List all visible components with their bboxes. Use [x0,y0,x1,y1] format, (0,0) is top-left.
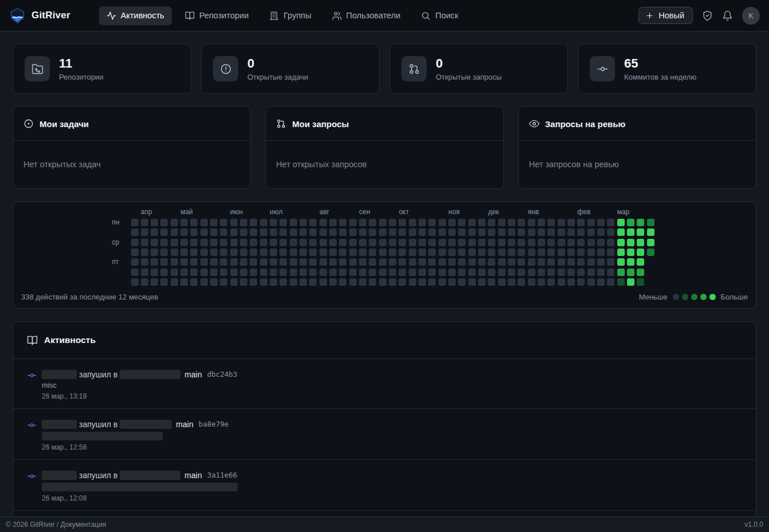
heatmap-cell[interactable] [230,219,238,226]
heatmap-cell[interactable] [538,258,545,266]
heatmap-cell[interactable] [171,239,178,246]
heatmap-cell[interactable] [538,249,545,256]
heatmap-cell[interactable] [299,269,307,276]
heatmap-cell[interactable] [180,228,188,236]
heatmap-cell[interactable] [320,249,327,256]
heatmap-cell[interactable] [389,278,396,286]
brand[interactable]: GitRiver [9,7,70,24]
heatmap-cell[interactable] [637,219,644,226]
heatmap-cell[interactable] [627,249,634,256]
heatmap-cell[interactable] [528,258,535,266]
heatmap-cell[interactable] [547,258,555,266]
heatmap-cell[interactable] [369,219,376,226]
heatmap-cell[interactable] [250,239,257,246]
heatmap-cell[interactable] [171,269,178,276]
heatmap-cell[interactable] [230,249,238,256]
heatmap-cell[interactable] [409,228,416,236]
heatmap-cell[interactable] [180,249,188,256]
heatmap-cell[interactable] [339,269,346,276]
heatmap-cell[interactable] [607,269,614,276]
heatmap-cell[interactable] [339,228,346,236]
heatmap-cell[interactable] [428,249,436,256]
heatmap-cell[interactable] [607,249,614,256]
heatmap-cell[interactable] [359,228,366,236]
heatmap-cell[interactable] [190,228,198,236]
heatmap-cell[interactable] [339,249,346,256]
heatmap-cell[interactable] [151,228,158,236]
heatmap-cell[interactable] [547,228,555,236]
heatmap-cell[interactable] [250,219,257,226]
heatmap-cell[interactable] [458,249,466,256]
heatmap-cell[interactable] [250,269,257,276]
heatmap-cell[interactable] [597,278,605,286]
heatmap-cell[interactable] [577,219,585,226]
heatmap-cell[interactable] [488,219,495,226]
heatmap-cell[interactable] [627,278,634,286]
heatmap-cell[interactable] [558,228,565,236]
heatmap-cell[interactable] [627,228,634,236]
heatmap-cell[interactable] [587,269,595,276]
heatmap-cell[interactable] [379,219,387,226]
heatmap-cell[interactable] [567,278,575,286]
heatmap-cell[interactable] [428,258,436,266]
heatmap-cell[interactable] [339,219,346,226]
heatmap-cell[interactable] [359,258,366,266]
heatmap-cell[interactable] [369,228,376,236]
heatmap-cell[interactable] [180,219,188,226]
nav-item-building[interactable]: Группы [262,6,318,25]
heatmap-cell[interactable] [230,239,238,246]
heatmap-cell[interactable] [220,269,227,276]
heatmap-cell[interactable] [637,249,644,256]
heatmap-cell[interactable] [151,249,158,256]
heatmap-cell[interactable] [230,258,238,266]
heatmap-cell[interactable] [389,258,396,266]
heatmap-cell[interactable] [131,258,139,266]
heatmap-cell[interactable] [637,258,644,266]
heatmap-cell[interactable] [399,239,406,246]
heatmap-cell[interactable] [379,258,387,266]
heatmap-cell[interactable] [141,228,148,236]
heatmap-cell[interactable] [329,258,337,266]
heatmap-cell[interactable] [220,278,227,286]
heatmap-cell[interactable] [369,249,376,256]
admin-shield-icon[interactable] [702,10,713,21]
heatmap-cell[interactable] [448,269,456,276]
heatmap-cell[interactable] [369,258,376,266]
heatmap-cell[interactable] [478,249,486,256]
heatmap-cell[interactable] [379,228,387,236]
heatmap-cell[interactable] [329,219,337,226]
heatmap-cell[interactable] [627,269,634,276]
heatmap-cell[interactable] [220,249,227,256]
heatmap-cell[interactable] [349,219,357,226]
heatmap-cell[interactable] [597,249,605,256]
heatmap-cell[interactable] [627,258,634,266]
heatmap-cell[interactable] [250,249,257,256]
stat-card-repo-folder[interactable]: 11Репозитории [13,44,191,94]
heatmap-cell[interactable] [518,239,525,246]
heatmap-cell[interactable] [597,239,605,246]
heatmap-cell[interactable] [200,239,208,246]
heatmap-cell[interactable] [279,219,287,226]
heatmap-cell[interactable] [399,249,406,256]
heatmap-cell[interactable] [528,269,535,276]
heatmap-cell[interactable] [279,278,287,286]
heatmap-cell[interactable] [190,258,198,266]
heatmap-cell[interactable] [508,249,515,256]
heatmap-cell[interactable] [190,269,198,276]
heatmap-cell[interactable] [587,258,595,266]
nav-item-search[interactable]: Поиск [413,6,466,25]
heatmap-cell[interactable] [230,228,238,236]
heatmap-cell[interactable] [131,269,139,276]
heatmap-cell[interactable] [488,278,495,286]
heatmap-cell[interactable] [577,278,585,286]
heatmap-cell[interactable] [270,249,277,256]
user-avatar[interactable]: K [742,7,760,25]
heatmap-cell[interactable] [260,228,267,236]
heatmap-cell[interactable] [508,219,515,226]
heatmap-cell[interactable] [508,258,515,266]
heatmap-cell[interactable] [210,269,218,276]
heatmap-cell[interactable] [349,278,357,286]
heatmap-cell[interactable] [458,258,466,266]
heatmap-cell[interactable] [240,278,247,286]
nav-item-users[interactable]: Пользователи [325,6,408,25]
